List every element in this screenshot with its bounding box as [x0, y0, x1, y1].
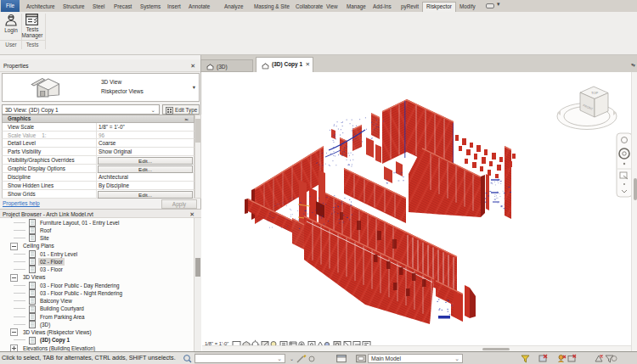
svg-text:TOP: TOP — [591, 91, 598, 95]
